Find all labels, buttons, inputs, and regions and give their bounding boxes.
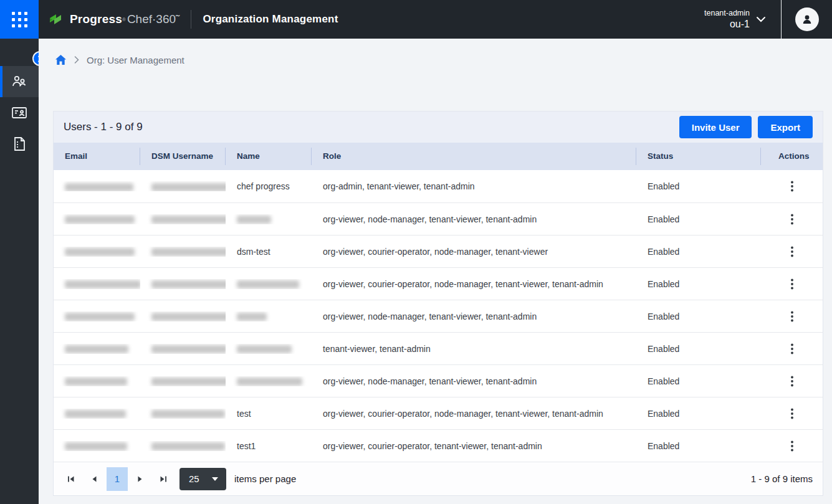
sidebar-item-users[interactable] bbox=[0, 66, 39, 97]
redacted-text bbox=[151, 280, 226, 288]
table-row: org-viewer, node-manager, tenant-viewer,… bbox=[54, 202, 823, 235]
dsm-username-cell bbox=[140, 214, 226, 224]
status-cell: Enabled bbox=[636, 311, 761, 321]
breadcrumb-current: Org: User Management bbox=[87, 55, 184, 65]
column-header-role[interactable]: Role bbox=[312, 148, 636, 165]
dsm-username-cell bbox=[140, 311, 226, 321]
page-size-caret-icon bbox=[212, 477, 218, 481]
redacted-text bbox=[151, 183, 226, 191]
role-cell: org-admin, tenant-viewer, tenant-admin bbox=[312, 181, 636, 191]
row-actions-menu-button[interactable] bbox=[786, 178, 798, 194]
email-cell bbox=[54, 247, 140, 257]
prev-page-button[interactable] bbox=[84, 467, 105, 491]
app-launcher-button[interactable] bbox=[0, 0, 39, 39]
role-cell: org-viewer, node-manager, tenant-viewer,… bbox=[312, 311, 636, 321]
row-actions-menu-button[interactable] bbox=[786, 211, 798, 227]
user-avatar[interactable] bbox=[795, 7, 819, 31]
prev-page-icon bbox=[91, 475, 97, 483]
items-per-page-label: items per page bbox=[234, 473, 296, 484]
name-cell: test bbox=[226, 409, 312, 419]
page-1-button[interactable]: 1 bbox=[107, 467, 128, 491]
redacted-text bbox=[65, 345, 128, 353]
name-cell bbox=[226, 344, 312, 354]
status-cell: Enabled bbox=[636, 247, 761, 257]
row-actions-menu-button[interactable] bbox=[786, 406, 798, 422]
pagination-bar: 1 25 items per page 1 - 9 of 9 items bbox=[54, 462, 823, 495]
row-actions-menu-button[interactable] bbox=[786, 276, 798, 292]
id-card-icon bbox=[11, 106, 27, 120]
org-unit-label: ou-1 bbox=[704, 18, 750, 31]
last-page-button[interactable] bbox=[153, 467, 174, 491]
dsm-username-cell bbox=[140, 279, 226, 289]
redacted-text bbox=[65, 313, 135, 321]
column-header-actions: Actions bbox=[761, 148, 823, 165]
redacted-text bbox=[151, 216, 226, 224]
redacted-text bbox=[65, 248, 135, 256]
brand-progress-text: Progress bbox=[70, 12, 122, 26]
page-size-select[interactable]: 25 bbox=[179, 468, 226, 490]
users-icon bbox=[11, 74, 27, 89]
row-actions-menu-button[interactable] bbox=[786, 373, 798, 389]
status-cell: Enabled bbox=[636, 376, 761, 386]
dsm-username-cell bbox=[140, 409, 226, 419]
status-cell: Enabled bbox=[636, 409, 761, 419]
kebab-menu-icon bbox=[791, 343, 793, 354]
role-cell: org-viewer, courier-operator, node-manag… bbox=[312, 279, 636, 289]
redacted-text bbox=[151, 410, 225, 418]
email-cell bbox=[54, 344, 140, 354]
column-header-status[interactable]: Status bbox=[636, 148, 761, 165]
table-header-row: Email DSM Username Name Role Status Acti… bbox=[54, 143, 823, 170]
role-cell: org-viewer, courier-operator, tenant-vie… bbox=[312, 441, 636, 451]
redacted-text bbox=[151, 345, 226, 353]
tenant-selector[interactable]: tenant-admin ou-1 bbox=[704, 8, 750, 31]
progress-chef-logo-icon bbox=[49, 12, 65, 27]
table-row: tenant-viewer, tenant-adminEnabled bbox=[54, 332, 823, 364]
next-page-button[interactable] bbox=[130, 467, 151, 491]
kebab-menu-icon bbox=[791, 181, 793, 192]
sidebar-item-document[interactable] bbox=[0, 128, 39, 159]
redacted-text bbox=[65, 378, 127, 386]
table-row: chef progressorg-admin, tenant-viewer, t… bbox=[54, 170, 823, 202]
redacted-text bbox=[151, 248, 226, 256]
column-header-dsm-username[interactable]: DSM Username bbox=[140, 148, 226, 165]
column-header-email[interactable]: Email bbox=[54, 148, 140, 165]
name-cell: chef progress bbox=[226, 181, 312, 191]
redacted-text bbox=[237, 216, 271, 224]
users-card-header: Users - 1 - 9 of 9 Invite User Export bbox=[54, 112, 823, 143]
actions-cell bbox=[761, 276, 823, 292]
row-actions-menu-button[interactable] bbox=[786, 308, 798, 325]
actions-cell bbox=[761, 244, 823, 260]
first-page-button[interactable] bbox=[60, 467, 82, 491]
tenant-dropdown-toggle[interactable] bbox=[756, 16, 766, 22]
redacted-text bbox=[65, 410, 126, 418]
kebab-menu-icon bbox=[791, 246, 793, 257]
items-range-label: 1 - 9 of 9 items bbox=[751, 473, 813, 484]
role-cell: tenant-viewer, tenant-admin bbox=[312, 344, 636, 354]
brand-chef-text: Chef·360˜ bbox=[127, 12, 180, 26]
role-cell: org-viewer, node-manager, tenant-viewer,… bbox=[312, 214, 636, 224]
users-table-title: Users - 1 - 9 of 9 bbox=[64, 121, 143, 133]
row-actions-menu-button[interactable] bbox=[786, 438, 798, 454]
invite-user-button[interactable]: Invite User bbox=[679, 116, 752, 138]
dsm-username-cell bbox=[140, 344, 226, 354]
name-cell: dsm-test bbox=[226, 247, 312, 257]
home-icon[interactable] bbox=[55, 54, 67, 65]
column-header-name[interactable]: Name bbox=[226, 148, 312, 165]
email-cell bbox=[54, 214, 140, 224]
dsm-username-cell bbox=[140, 247, 226, 257]
role-cell: org-viewer, courier-operator, node-manag… bbox=[312, 247, 636, 257]
row-actions-menu-button[interactable] bbox=[786, 341, 798, 357]
export-button[interactable]: Export bbox=[758, 116, 813, 138]
email-cell bbox=[54, 441, 140, 451]
kebab-menu-icon bbox=[791, 408, 793, 419]
chevron-down-icon bbox=[756, 16, 766, 22]
actions-cell bbox=[761, 178, 823, 194]
last-page-icon bbox=[160, 475, 167, 483]
actions-cell bbox=[761, 341, 823, 357]
table-row: dsm-testorg-viewer, courier-operator, no… bbox=[54, 235, 823, 267]
row-actions-menu-button[interactable] bbox=[786, 244, 798, 260]
sidebar-item-id-card[interactable] bbox=[0, 97, 39, 128]
email-cell bbox=[54, 181, 140, 191]
users-card: Users - 1 - 9 of 9 Invite User Export Em… bbox=[53, 111, 823, 496]
name-cell bbox=[226, 279, 312, 289]
